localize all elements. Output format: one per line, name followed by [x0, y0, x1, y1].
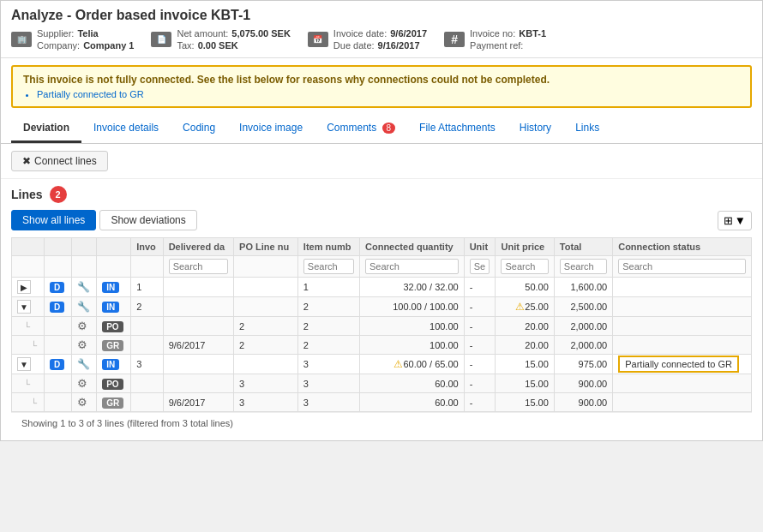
- delivered-cell: [163, 374, 233, 393]
- connect-lines-button[interactable]: ✖ Connect lines: [11, 151, 108, 171]
- search-total-input[interactable]: [560, 259, 607, 274]
- table-header-row: Invo Delivered da PO Line nu Item numb C…: [12, 238, 752, 256]
- lines-count-badge: 2: [50, 186, 67, 203]
- edit-cell[interactable]: 🔧: [71, 355, 96, 374]
- type-cell: [44, 393, 71, 412]
- settings-cell[interactable]: ⚙: [71, 336, 96, 355]
- col-header-status: Connection status: [613, 238, 752, 256]
- po-line-cell: [234, 278, 298, 297]
- settings-cell[interactable]: ⚙: [71, 374, 96, 393]
- item-cell: 2: [297, 317, 359, 336]
- line-no-cell: 1: [131, 278, 163, 297]
- comments-badge: 8: [382, 123, 396, 134]
- search-cell-total: [554, 256, 612, 278]
- invoice-date-value: 9/6/2017: [390, 28, 427, 39]
- tab-invoice-image[interactable]: Invoice image: [227, 115, 315, 143]
- item-cell: 2: [297, 336, 359, 355]
- due-date-label: Due date:: [333, 40, 375, 51]
- warning-box: This invoice is not fully connected. See…: [11, 65, 752, 108]
- expand-button[interactable]: ▼: [17, 357, 31, 371]
- settings-icon[interactable]: ⚙: [77, 338, 87, 351]
- date-info: Invoice date: 9/6/2017 Due date: 9/16/20…: [333, 28, 427, 51]
- page-title: Analyze - Order based invoice KBT-1: [11, 8, 752, 23]
- edit-icon[interactable]: 🔧: [77, 281, 90, 293]
- search-cell-expand: [12, 256, 45, 278]
- search-uprice-input[interactable]: [501, 259, 548, 274]
- tab-links[interactable]: Links: [563, 115, 611, 143]
- col-header-item: Item numb: [297, 238, 359, 256]
- edit-icon[interactable]: 🔧: [77, 358, 90, 370]
- expand-cell[interactable]: ▶: [12, 278, 45, 297]
- sub-indent: └: [17, 398, 37, 408]
- settings-icon[interactable]: ⚙: [77, 377, 87, 390]
- table-wrapper: Invo Delivered da PO Line nu Item numb C…: [11, 237, 752, 412]
- tab-file-attachments[interactable]: File Attachments: [407, 115, 508, 143]
- warning-icon: ⚠: [394, 358, 403, 370]
- expand-cell[interactable]: ▼: [12, 297, 45, 317]
- search-status-input[interactable]: [618, 259, 746, 274]
- warning-list: Partially connected to GR: [23, 89, 740, 99]
- col-header-po-line: PO Line nu: [234, 238, 298, 256]
- tab-deviation[interactable]: Deviation: [11, 115, 81, 143]
- total-cell: 2,500.00: [554, 297, 612, 317]
- connect-lines-label: Connect lines: [34, 155, 97, 167]
- grid-view-button[interactable]: ⊞ ▼: [718, 211, 752, 230]
- tab-comments[interactable]: Comments 8: [315, 115, 407, 143]
- search-cell-unit: [464, 256, 496, 278]
- col-header-delivered: Delivered da: [163, 238, 233, 256]
- tab-coding[interactable]: Coding: [171, 115, 227, 143]
- chevron-down-icon: ▼: [735, 214, 746, 227]
- tabs-container: Deviation Invoice details Coding Invoice…: [1, 115, 762, 144]
- po-line-cell: 3: [234, 374, 298, 393]
- unit-price-cell: 15.00: [496, 393, 554, 412]
- invoice-icon: 📄: [151, 32, 171, 47]
- invoice-no-value: KBT-1: [519, 28, 546, 39]
- col-header-unit-price: Unit price: [496, 238, 554, 256]
- edit-cell[interactable]: 🔧: [71, 297, 96, 317]
- col-header-expand: [12, 238, 45, 256]
- tab-invoice-details[interactable]: Invoice details: [81, 115, 171, 143]
- expand-button[interactable]: ▶: [17, 280, 31, 294]
- table-row: ▶ D 🔧 IN 1 1 32.00 / 32.00 - 50.00 1,600…: [12, 278, 752, 297]
- supplier-value: Telia: [77, 28, 98, 39]
- settings-cell[interactable]: ⚙: [71, 393, 96, 412]
- edit-cell[interactable]: 🔧: [71, 278, 96, 297]
- partially-connected-status: Partially connected to GR: [618, 356, 739, 373]
- line-no-cell: 3: [131, 355, 163, 374]
- sub-indent: └: [17, 341, 37, 350]
- expand-button[interactable]: ▼: [17, 300, 31, 314]
- connect-icon: ✖: [22, 155, 31, 167]
- show-all-lines-button[interactable]: Show all lines: [11, 210, 96, 230]
- meta-invoice-no-group: # Invoice no: KBT-1 Payment ref:: [444, 28, 546, 51]
- due-date-value: 9/16/2017: [378, 40, 420, 51]
- gr-badge: GR: [102, 340, 123, 351]
- table-row: ▼ D 🔧 IN 3 3 ⚠60.00 / 65.00 - 15.00 975.…: [12, 355, 752, 374]
- unit-price-cell: 20.00: [496, 336, 554, 355]
- search-unit-input[interactable]: [470, 259, 490, 274]
- search-delivered-input[interactable]: [169, 259, 228, 274]
- col-header-type: [44, 238, 71, 256]
- delivered-cell: [163, 278, 233, 297]
- type-cell: D: [44, 355, 71, 374]
- table-row: └ ⚙ GR 9/6/2017 2 2 100.00 - 20.00 2,000…: [12, 336, 752, 355]
- conn-qty-cell: 100.00 / 100.00: [360, 297, 465, 317]
- total-cell: 900.00: [554, 393, 612, 412]
- settings-icon[interactable]: ⚙: [77, 396, 87, 409]
- settings-icon[interactable]: ⚙: [77, 320, 87, 332]
- settings-cell[interactable]: ⚙: [71, 317, 96, 336]
- badge-cell: IN: [97, 355, 131, 374]
- tab-history[interactable]: History: [508, 115, 563, 143]
- expand-cell[interactable]: ▼: [12, 355, 45, 374]
- badge-cell: GR: [97, 393, 131, 412]
- status-cell: [613, 297, 752, 317]
- search-conn-input[interactable]: [365, 259, 459, 274]
- po-badge: PO: [102, 321, 123, 332]
- item-cell: 3: [297, 393, 359, 412]
- type-cell: [44, 374, 71, 393]
- gr-badge: GR: [102, 398, 123, 409]
- unit-price-cell: 50.00: [496, 278, 554, 297]
- edit-icon[interactable]: 🔧: [77, 301, 90, 313]
- search-item-input[interactable]: [303, 259, 354, 274]
- building-icon: 🏢: [11, 32, 32, 47]
- show-deviations-button[interactable]: Show deviations: [99, 210, 196, 230]
